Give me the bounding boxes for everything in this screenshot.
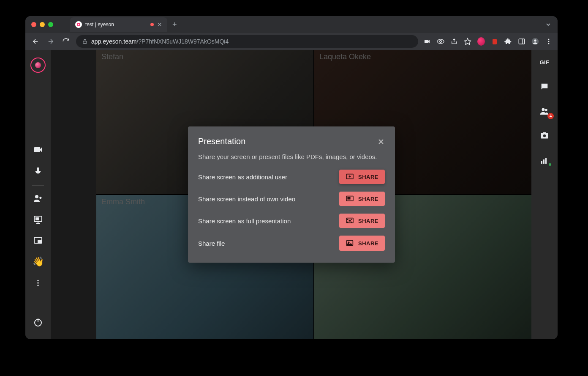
url-text: app.eyeson.team/?P7hfNXN5uWJ18W97AkOsMQi… [91, 38, 229, 45]
raise-hand-button[interactable]: 👋 [30, 252, 46, 271]
eyeson-favicon [75, 21, 82, 28]
present-button[interactable] [30, 210, 46, 229]
participant-name: Emma Smith [101, 198, 145, 206]
window-minimize[interactable] [40, 22, 45, 27]
presentation-modal: Presentation Share your screen or presen… [188, 126, 395, 263]
connection-quality-button[interactable] [536, 154, 553, 167]
svg-rect-5 [519, 39, 525, 44]
svg-rect-23 [541, 161, 542, 164]
browser-window: test | eyeson ✕ + app.eyeson.team/?P7hfN… [25, 16, 558, 339]
svg-point-21 [545, 109, 547, 111]
extension-icon[interactable] [491, 38, 498, 45]
svg-rect-13 [36, 218, 38, 220]
share-row-additional-user: Share screen as additional user SHARE [198, 170, 385, 184]
mic-toggle[interactable] [30, 162, 46, 180]
image-file-icon [346, 239, 354, 247]
more-options-button[interactable] [30, 274, 46, 292]
gif-button[interactable]: GIF [536, 56, 553, 69]
svg-point-11 [35, 195, 38, 198]
svg-point-32 [348, 222, 348, 222]
connection-good-icon [549, 163, 551, 166]
svg-rect-4 [493, 39, 497, 44]
lock-icon [82, 38, 88, 44]
svg-point-20 [542, 108, 545, 111]
rail-separator [32, 185, 44, 186]
tabs-dropdown-icon[interactable] [545, 21, 552, 28]
chat-button[interactable] [536, 80, 553, 93]
svg-point-31 [351, 219, 352, 220]
browser-tab[interactable]: test | eyeson ✕ [70, 17, 167, 32]
new-tab-button[interactable]: + [172, 20, 177, 29]
share-own-video-button[interactable]: SHARE [339, 192, 385, 206]
share-label: Share screen instead of own video [198, 195, 295, 203]
svg-point-17 [37, 282, 38, 283]
titlebar: test | eyeson ✕ + [25, 16, 558, 33]
left-rail: 👋 [25, 50, 51, 339]
participant-name: Laqueta Okeke [319, 52, 371, 61]
profile-avatar-icon[interactable] [531, 38, 539, 45]
tab-close-icon[interactable]: ✕ [157, 21, 162, 28]
address-bar[interactable]: app.eyeson.team/?P7hfNXN5uWJ18W97AkOsMQi… [76, 35, 418, 48]
svg-rect-24 [543, 159, 544, 164]
bookmark-star-icon[interactable] [464, 38, 471, 45]
extensions-puzzle-icon[interactable] [504, 38, 512, 45]
camera-indicator-icon[interactable] [423, 38, 431, 45]
screen-pip-icon [346, 195, 354, 202]
screen-full-icon [346, 217, 354, 224]
svg-point-30 [348, 219, 348, 220]
participants-count-badge: 4 [547, 113, 554, 119]
browser-toolbar: app.eyeson.team/?P7hfNXN5uWJ18W97AkOsMQi… [25, 33, 558, 50]
share-row-file: Share file SHARE [198, 236, 385, 251]
modal-title: Presentation [198, 137, 245, 146]
pip-button[interactable] [30, 231, 46, 250]
svg-point-1 [78, 24, 79, 25]
svg-point-22 [543, 134, 546, 137]
share-url-icon[interactable] [450, 38, 458, 45]
svg-point-3 [440, 41, 442, 43]
back-button[interactable] [30, 36, 41, 47]
svg-rect-34 [349, 220, 350, 221]
svg-rect-25 [545, 158, 547, 164]
svg-point-16 [37, 280, 38, 281]
right-rail: GIF 4 [531, 50, 558, 339]
screen-add-icon [346, 173, 354, 180]
eye-icon[interactable] [437, 38, 444, 45]
recording-indicator-icon [150, 23, 154, 26]
participant-name: Stefan [101, 52, 123, 61]
share-file-button[interactable]: SHARE [339, 236, 385, 251]
svg-point-18 [37, 285, 38, 286]
share-row-own-video: Share screen instead of own video SHARE [198, 192, 385, 206]
side-panel-icon[interactable] [518, 38, 525, 45]
window-controls [31, 22, 53, 27]
modal-close-button[interactable] [377, 138, 385, 145]
share-full-presentation-button[interactable]: SHARE [339, 214, 385, 228]
svg-point-8 [548, 39, 550, 40]
svg-point-33 [351, 222, 352, 222]
window-zoom[interactable] [48, 22, 53, 27]
share-additional-user-button[interactable]: SHARE [339, 170, 385, 184]
eyeson-logo[interactable] [30, 58, 46, 73]
svg-point-7 [534, 39, 536, 41]
snapshot-button[interactable] [536, 129, 553, 142]
share-label: Share file [198, 240, 225, 247]
svg-rect-15 [38, 241, 41, 243]
tab-title: test | eyeson [85, 22, 114, 27]
participants-button[interactable]: 4 [536, 105, 553, 118]
share-label: Share screen as additional user [198, 173, 287, 181]
svg-point-9 [548, 41, 550, 42]
svg-rect-28 [348, 198, 350, 199]
extension-eyeson-icon[interactable] [477, 38, 485, 45]
share-label: Share screen as full presentation [198, 217, 291, 225]
leave-call-button[interactable] [30, 313, 46, 332]
forward-button[interactable] [46, 36, 56, 47]
svg-point-10 [548, 43, 550, 44]
add-participant-button[interactable] [30, 189, 46, 208]
browser-menu-icon[interactable] [545, 38, 553, 45]
modal-description: Share your screen or present files like … [198, 153, 385, 160]
app-content: 👋 Stefan Laqueta Okeke Emma Smith [25, 50, 558, 339]
camera-toggle[interactable] [30, 140, 46, 159]
reload-button[interactable] [61, 36, 71, 47]
svg-rect-2 [83, 41, 87, 43]
window-close[interactable] [31, 22, 36, 27]
share-row-full-presentation: Share screen as full presentation SHARE [198, 214, 385, 228]
